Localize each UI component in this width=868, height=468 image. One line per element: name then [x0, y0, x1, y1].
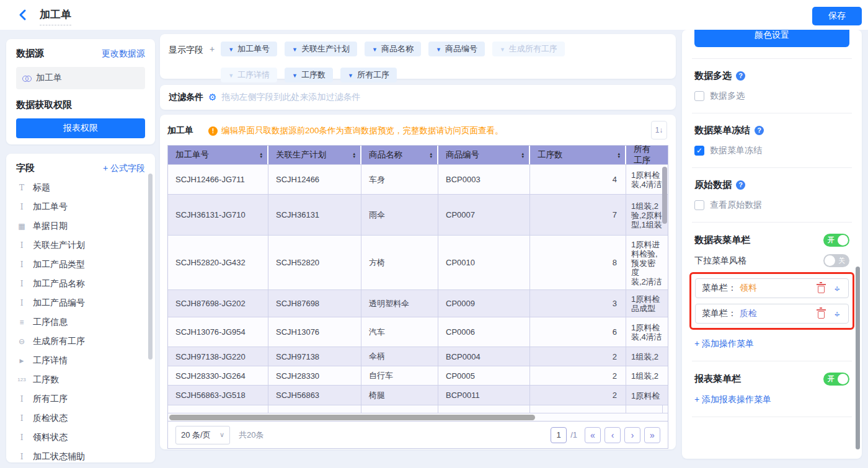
table-cell: SCJH12466	[268, 165, 361, 194]
filter-label: 过滤条件	[169, 92, 203, 103]
page-number-input[interactable]: 1	[551, 427, 567, 443]
multi-select-checkbox[interactable]	[694, 91, 704, 101]
action-menu-item-质检[interactable]: 菜单栏：质检↔↕	[695, 304, 849, 324]
sort-icon[interactable]: ▴▾	[618, 152, 620, 158]
display-field-chip-工序详情[interactable]: ▼工序详情	[221, 68, 277, 82]
help-icon[interactable]: ?	[755, 126, 764, 135]
settings-scrollbar[interactable]	[856, 267, 860, 449]
table-vertical-scrollbar[interactable]	[662, 167, 667, 224]
field-item-加工状态辅助[interactable]: I加工状态辅助	[16, 447, 145, 462]
field-item-加工产品编号[interactable]: I加工产品编号	[16, 293, 145, 312]
report-permission-button[interactable]: 报表权限	[16, 118, 145, 138]
add-report-action-menu-link[interactable]: + 添加报表操作菜单	[694, 394, 771, 405]
table-row[interactable]: SCJH13076-JG954SCJH13076汽车CP000661原料检 装,…	[168, 317, 668, 347]
text-icon: I	[16, 203, 27, 211]
caret-down-icon: ▼	[372, 46, 378, 53]
top-bar: 加工单 保存	[0, 0, 868, 30]
column-header-商品编号[interactable]: 商品编号▴▾	[438, 146, 530, 164]
table-horizontal-scrollbar[interactable]	[169, 415, 535, 420]
first-page-icon[interactable]: «	[585, 427, 601, 443]
trash-icon[interactable]	[818, 286, 825, 293]
sort-icon[interactable]: ▴▾	[260, 152, 262, 158]
last-page-icon[interactable]: »	[644, 427, 660, 443]
column-header-商品名称[interactable]: 商品名称▴▾	[361, 146, 438, 164]
field-item-加工产品名称[interactable]: I加工产品名称	[16, 274, 145, 293]
color-settings-button[interactable]: 颜色设置	[694, 30, 849, 47]
raw-data-checkbox[interactable]	[694, 200, 704, 210]
menu-item-prefix: 菜单栏：	[702, 308, 737, 319]
display-field-chip-商品名称[interactable]: ▼商品名称	[365, 42, 421, 56]
table-menu-toggle[interactable]: 开	[823, 234, 849, 247]
table-row[interactable]: SCJH28330-JG264SCJH28330自行车CP000521组装,2	[168, 366, 668, 385]
divider	[692, 361, 852, 361]
back-icon[interactable]	[16, 8, 30, 22]
menu-item-name: 领料	[740, 283, 757, 294]
fields-scrollbar[interactable]	[148, 174, 153, 360]
column-header-所有工序[interactable]: 所有工序	[626, 146, 663, 164]
table-row[interactable]: SCJH12466-JG711SCJH12466车身BCP000341原料检 装…	[168, 164, 668, 194]
table-cell: 1组装,2	[626, 347, 663, 366]
table-row[interactable]: SCJH56863-JG518SCJH56863椅腿BCP001121原料检	[168, 385, 668, 405]
trash-icon[interactable]	[818, 311, 825, 319]
field-item-工序数[interactable]: 123工序数	[16, 370, 145, 389]
menu-freeze-checkbox[interactable]: ✓	[694, 146, 704, 156]
move-icon[interactable]: ↔↕	[832, 309, 842, 319]
field-item-质检状态[interactable]: I质检状态	[16, 408, 145, 428]
field-item-工序信息[interactable]: ≡工序信息	[16, 312, 145, 332]
table-row[interactable]: SCJH97138-JG220SCJH97138伞柄BCP000421组装,2	[168, 347, 668, 366]
field-item-关联生产计划[interactable]: I关联生产计划	[16, 236, 145, 255]
display-field-chip-关联生产计划[interactable]: ▼关联生产计划	[285, 42, 357, 56]
sort-icon[interactable]: ▴▾	[521, 152, 524, 158]
field-item-标题[interactable]: T标题	[16, 178, 145, 197]
field-item-加工单号[interactable]: I加工单号	[16, 197, 145, 216]
field-item-加工产品类型[interactable]: I加工产品类型	[16, 255, 145, 274]
action-menu-item-领料[interactable]: 菜单栏：领料↔↕	[695, 278, 849, 298]
sort-icon[interactable]: ▴▾	[353, 152, 355, 158]
report-menu-toggle[interactable]: 开	[823, 373, 849, 386]
dropdown-style-toggle[interactable]: 关	[823, 254, 849, 267]
column-header-工序数[interactable]: 工序数▴▾	[530, 146, 626, 164]
display-field-chip-所有工序[interactable]: ▼所有工序	[340, 68, 397, 82]
data-table: 加工单号▴▾关联生产计划▴▾商品名称▴▾商品编号▴▾工序数▴▾所有工序 SCJH…	[167, 145, 668, 449]
chip-label: 生成所有工序	[509, 44, 557, 53]
field-item-label: 工序信息	[33, 317, 68, 328]
next-page-icon[interactable]: ›	[624, 427, 640, 443]
display-field-chip-生成所有工序[interactable]: ▼生成所有工序	[492, 42, 565, 56]
formula-field-link[interactable]: + 公式字段	[103, 163, 145, 174]
prev-page-icon[interactable]: ‹	[604, 427, 621, 443]
display-field-chip-工序数[interactable]: ▼工序数	[285, 68, 333, 82]
field-item-工序详情[interactable]: ▶工序详情	[16, 351, 145, 370]
table-panel: 加工单 ! 编辑界面只取数据源前200条作为查询数据预览，完整数据请访问页面查看…	[160, 115, 676, 449]
move-icon[interactable]: ↔↕	[832, 283, 842, 293]
save-button[interactable]: 保存	[812, 7, 862, 25]
gear-icon[interactable]: ⚙	[208, 92, 216, 103]
page-size-select[interactable]: 20 条/页 ∨	[175, 426, 230, 444]
sort-tool-button[interactable]: 1↓	[651, 121, 667, 139]
tag-icon: ⊖	[16, 337, 27, 346]
column-header-关联生产计划[interactable]: 关联生产计划▴▾	[268, 146, 361, 164]
display-field-chip-加工单号[interactable]: ▼加工单号	[221, 42, 277, 56]
chip-label: 工序数	[301, 70, 326, 79]
field-item-单据日期[interactable]: ▦单据日期	[16, 216, 145, 236]
chip-label: 商品编号	[445, 44, 477, 53]
add-display-field-icon[interactable]: +	[210, 44, 215, 54]
table-row[interactable]: SCJH36131-JG710SCJH36131雨伞CP000771组装,2 验…	[168, 194, 668, 235]
table-row[interactable]: SCJH87698-JG202SCJH87698透明塑料伞CP000931原料检…	[168, 289, 668, 317]
field-item-领料状态[interactable]: I领料状态	[16, 428, 145, 447]
add-action-menu-link[interactable]: + 添加操作菜单	[694, 338, 754, 350]
help-icon[interactable]: ?	[736, 71, 745, 81]
field-item-所有工序[interactable]: I所有工序	[16, 389, 145, 408]
table-row[interactable]: SCJH52820-JG432SCJH52820方椅CP001081原料进 料检…	[168, 235, 668, 289]
filter-dropzone[interactable]: 拖动左侧字段到此处来添加过滤条件	[221, 92, 360, 103]
table-cell: SCJH97138-JG220	[168, 347, 268, 366]
chip-label: 关联生产计划	[301, 44, 350, 53]
table-cell: SCJH12466-JG711	[168, 165, 268, 194]
datasource-item[interactable]: 加工单	[16, 67, 145, 89]
sort-icon[interactable]: ▴▾	[430, 152, 432, 158]
help-icon[interactable]: ?	[736, 180, 745, 190]
table-cell: 1原料检 装,4清洁	[626, 165, 663, 195]
change-datasource-link[interactable]: 更改数据源	[102, 48, 145, 60]
display-field-chip-商品编号[interactable]: ▼商品编号	[428, 42, 485, 56]
column-header-加工单号[interactable]: 加工单号▴▾	[168, 146, 268, 164]
field-item-生成所有工序[interactable]: ⊖生成所有工序	[16, 332, 145, 351]
